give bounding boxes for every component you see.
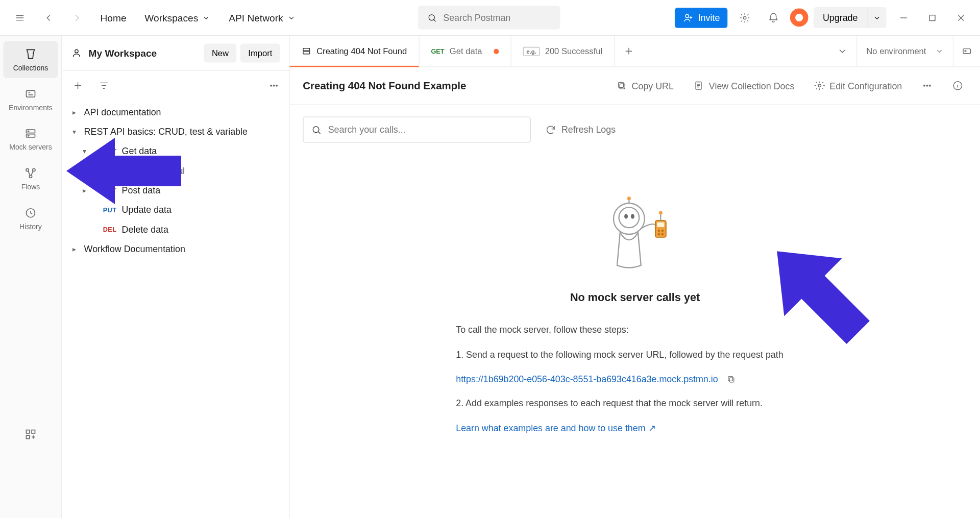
svg-point-10	[33, 168, 35, 171]
rail-environments-label: Environments	[9, 104, 53, 111]
refresh-logs-button[interactable]: Refresh Logs	[545, 124, 616, 135]
rail-mock-servers[interactable]: Mock servers	[3, 120, 58, 158]
notifications-button[interactable]	[762, 6, 785, 29]
hamburger-menu[interactable]	[8, 6, 31, 29]
settings-button[interactable]	[733, 6, 756, 29]
svg-point-18	[273, 85, 275, 86]
empty-step-2: 2. Add examples responses to each reques…	[456, 396, 814, 411]
info-icon	[952, 80, 964, 91]
avatar-inner	[794, 12, 804, 22]
tab-creating-404[interactable]: Creating 404 Not Found	[290, 36, 420, 66]
nav-back[interactable]	[36, 6, 60, 29]
learn-examples-link[interactable]: Learn what examples are and how to use t…	[456, 423, 656, 433]
nav-api-network[interactable]: API Network	[222, 8, 302, 27]
example-badge: e.g.	[523, 46, 540, 56]
tree-item-workflow-doc[interactable]: ▸ Workflow Documentation	[62, 239, 289, 258]
create-collection-button[interactable]	[70, 78, 86, 93]
svg-marker-61	[755, 225, 878, 357]
tab-label: Get data	[450, 46, 482, 56]
mock-server-icon	[302, 46, 311, 56]
tree-item-delete-data[interactable]: ▸ DEL Delete data	[62, 219, 289, 239]
kebab-icon	[922, 80, 933, 91]
svg-rect-22	[963, 49, 970, 54]
window-maximize[interactable]	[920, 6, 944, 29]
edit-config-button[interactable]: Edit Configuration	[810, 78, 906, 94]
tab-200-successful[interactable]: e.g. 200 Successful	[511, 36, 615, 66]
rail-configure[interactable]	[3, 422, 58, 448]
global-search-input[interactable]	[443, 12, 551, 22]
nav-forward[interactable]	[65, 6, 89, 29]
page-more-button[interactable]	[918, 78, 937, 94]
svg-rect-13	[26, 430, 29, 433]
import-button[interactable]: Import	[240, 43, 280, 62]
search-calls-input[interactable]	[328, 125, 523, 135]
nav-workspaces[interactable]: Workspaces	[138, 8, 217, 27]
rail-history[interactable]: History	[3, 200, 58, 237]
svg-point-40	[662, 230, 664, 232]
page-title: Creating 404 Not Found Example	[303, 80, 600, 91]
gear-icon	[814, 80, 825, 91]
nav-home[interactable]: Home	[94, 8, 133, 27]
avatar[interactable]	[790, 9, 808, 27]
rail-flows[interactable]: Flows	[3, 160, 58, 198]
search-calls[interactable]	[303, 116, 531, 142]
workspace-title[interactable]: My Workspace	[71, 47, 157, 59]
svg-point-1	[685, 14, 689, 17]
mock-servers-icon	[24, 127, 37, 140]
window-close[interactable]	[949, 6, 972, 29]
upgrade-button[interactable]: Upgrade	[814, 7, 867, 28]
svg-point-9	[26, 168, 29, 171]
sidebar-more-button[interactable]	[266, 78, 282, 93]
view-docs-button[interactable]: View Collection Docs	[690, 78, 798, 94]
svg-point-23	[965, 51, 966, 52]
invite-button[interactable]: Invite	[675, 8, 728, 28]
environment-select[interactable]: No environment	[856, 36, 953, 66]
chevron-down-icon	[873, 13, 881, 22]
filter-icon	[98, 80, 109, 91]
tab-label: Creating 404 Not Found	[316, 46, 407, 56]
svg-marker-60	[66, 138, 181, 204]
tree-item-api-documentation[interactable]: ▸ API documentation	[62, 102, 289, 121]
svg-point-34	[619, 207, 640, 228]
svg-point-36	[631, 214, 634, 218]
env-label: No environment	[866, 46, 926, 56]
environments-icon	[24, 87, 37, 101]
chevron-right-icon: ▸	[70, 108, 79, 116]
tree-label: Delete data	[122, 224, 168, 234]
mock-url-link[interactable]: https://1b69b200-e056-403c-8551-ba693c41…	[456, 372, 718, 387]
tab-get-data[interactable]: GET Get data	[419, 36, 511, 66]
tree-label: API documentation	[84, 107, 161, 117]
chevron-down-icon	[837, 45, 848, 57]
copy-url-label: Copy URL	[632, 81, 674, 91]
svg-point-7	[28, 131, 29, 132]
svg-point-44	[659, 211, 663, 214]
nav-api-network-label: API Network	[229, 12, 283, 23]
copy-url-icon-button[interactable]	[724, 373, 738, 386]
collections-icon	[24, 47, 37, 61]
annotation-arrow-right	[755, 225, 878, 357]
nav-workspaces-label: Workspaces	[144, 12, 198, 23]
svg-point-42	[662, 233, 664, 236]
user-plus-icon	[682, 12, 694, 23]
tabs-menu-button[interactable]	[828, 45, 856, 57]
upgrade-menu[interactable]	[867, 7, 886, 28]
info-button[interactable]	[948, 78, 967, 94]
svg-point-32	[313, 126, 319, 132]
environment-quicklook[interactable]	[953, 36, 980, 66]
tree-label: Workflow Documentation	[84, 243, 185, 254]
new-button[interactable]: New	[204, 43, 237, 62]
rail-environments[interactable]: Environments	[3, 81, 58, 118]
astronaut-illustration	[599, 187, 671, 278]
global-search[interactable]	[418, 6, 560, 29]
svg-point-17	[270, 85, 272, 86]
view-docs-label: View Collection Docs	[709, 81, 794, 91]
window-minimize[interactable]	[892, 6, 915, 29]
new-tab-button[interactable]	[615, 45, 643, 57]
svg-rect-48	[728, 377, 733, 381]
copy-url-button[interactable]: Copy URL	[612, 78, 677, 94]
filter-button[interactable]	[96, 78, 112, 93]
plus-icon	[624, 45, 635, 57]
unsaved-dot-icon	[494, 48, 499, 54]
chevron-down-icon	[202, 13, 211, 22]
rail-collections[interactable]: Collections	[3, 41, 58, 78]
